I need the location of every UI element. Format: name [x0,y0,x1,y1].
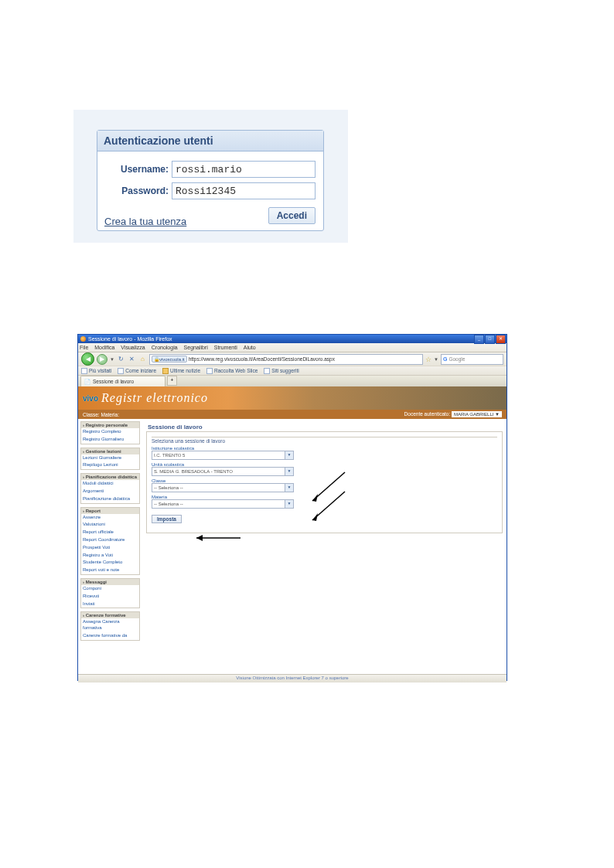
user-dropdown[interactable]: MARIA GABRIELLI ▼ [452,411,502,417]
window-title: Sessione di lavoro - Mozilla Firefox [88,336,172,342]
bookmark-1[interactable]: Più visitati [81,368,111,374]
sidebar-item[interactable]: Moduli didattici [81,480,139,488]
materia-select[interactable]: -- Seleziona -- ▼ [152,499,294,509]
sidebar-group-title[interactable]: › Registro personale [81,422,139,428]
sidebar-group-title[interactable]: › Report [81,508,139,514]
sidebar-item[interactable]: Valutazioni [81,521,139,529]
bookmark-5[interactable]: Siti suggeriti [264,368,298,374]
tab-sessione[interactable]: 📄 Sessione di lavoro [80,376,165,386]
sidebar-group: › Registro personaleRegistro CompletoReg… [80,421,140,444]
site-logo-text: vivo [83,394,98,403]
search-placeholder: Google [449,356,465,362]
reload-icon[interactable]: ↻ [117,355,125,363]
sidebar-item[interactable]: Studente Completo [81,559,139,567]
chevron-down-icon: ▼ [285,484,293,492]
google-icon: G [443,356,447,362]
statusbar: Visione Ottimizzata con Internet Explore… [78,674,507,682]
window-controls: _ □ ✕ [473,335,506,344]
row-classe: Classe -- Seleziona -- ▼ [152,478,497,492]
new-tab-button[interactable]: + [167,376,177,386]
subbar-left: Classe: Materia: [83,412,119,417]
istituzione-select[interactable]: I.C. TRENTO 5 ▼ [152,451,294,460]
history-dropdown-icon[interactable]: ▼ [110,357,114,362]
materia-value: -- Seleziona -- [154,502,183,506]
main-panel-area: Sessione di lavoro Seleziona una session… [142,419,507,674]
user-name: MARIA GABRIELLI [454,412,493,417]
minimize-button[interactable]: _ [474,335,484,344]
row-materia: Materia -- Seleziona -- ▼ [152,495,497,509]
sidebar-group-title[interactable]: › Pianificazione didattica [81,474,139,480]
sidebar-item[interactable]: Report voti e note [81,567,139,574]
sidebar-item[interactable]: Argomenti [81,488,139,495]
create-account-link[interactable]: Crea la tua utenza [104,216,186,227]
bookmark-2[interactable]: Come iniziare [118,368,156,374]
password-input[interactable] [172,182,316,199]
sidebar-item[interactable]: Prospetti Voti [81,544,139,552]
sidebar-item[interactable]: Inviati [81,601,139,608]
bookmarks-toolbar: Più visitati Come iniziare Ultime notizi… [78,366,507,375]
row-unita: Unità scolastica S. MEDIA G. BRESADOLA -… [152,462,497,476]
sidebar-item[interactable]: Assenze [81,514,139,522]
sidebar-group-title[interactable]: › Messaggi [81,579,139,585]
stop-icon[interactable]: ✕ [128,355,136,363]
subbar-right-label: Docente autenticato: [404,411,451,417]
tab-title: Sessione di lavoro [93,379,134,384]
menu-history[interactable]: Cronologia [152,345,178,350]
password-row: Password: [105,182,316,199]
classe-select[interactable]: -- Seleziona -- ▼ [152,483,294,492]
subbar-right: Docente autenticato: MARIA GABRIELLI ▼ [404,411,502,417]
username-row: Username: [105,161,316,178]
sidebar-item[interactable]: Lezioni Giornaliere [81,454,139,462]
maximize-button[interactable]: □ [485,335,495,344]
menu-bar: File Modifica Visualizza Cronologia Segn… [78,343,507,352]
chevron-down-icon: ▼ [285,451,293,459]
sidebar-item[interactable]: Registro Completo [81,428,139,436]
back-button[interactable]: ◀ [81,352,94,366]
sidebar-item[interactable]: Registro a Voti [81,552,139,560]
address-dropdown-icon[interactable]: ▼ [434,357,438,362]
login-card: Autenticazione utenti Username: Password… [73,110,348,243]
sidebar-item[interactable]: Report ufficiale [81,529,139,536]
sidebar-item[interactable]: Assegna Carenza formativa [81,618,139,632]
chevron-down-icon: ▼ [285,500,293,508]
sidebar-item[interactable]: Riepilogo Lezioni [81,461,139,469]
nav-toolbar: ◀ ▶ ▼ ↻ ✕ ⌂ 🔒 vivoscuola.it https://www.… [78,352,507,366]
password-label: Password: [105,186,169,196]
address-bar[interactable]: 🔒 vivoscuola.it https://www.reg.vivoscuo… [149,354,423,365]
sidebar-item[interactable]: Report Coordinatore [81,536,139,544]
sidebar-item[interactable]: Componi [81,585,139,593]
sidebar-item[interactable]: Registro Giornaliero [81,436,139,444]
search-box[interactable]: G Google [441,354,503,365]
site-subbar: Classe: Materia: Docente autenticato: MA… [78,410,507,419]
bookmark-star-icon[interactable]: ☆ [425,356,432,363]
lock-icon: 🔒 [154,356,159,362]
sidebar-item[interactable]: Pianificazione didattica [81,495,139,503]
close-button[interactable]: ✕ [496,335,506,344]
sidebar-group: › Carenze formativeAssegna Carenza forma… [80,611,140,640]
site-identity-badge[interactable]: 🔒 vivoscuola.it [152,356,187,363]
classe-value: -- Seleziona -- [154,485,183,490]
menu-help[interactable]: Aiuto [244,345,256,350]
menu-file[interactable]: File [80,345,88,350]
chevron-down-icon: ▼ [285,468,293,475]
bookmark-4[interactable]: Raccolta Web Slice [206,368,258,374]
sidebar-item[interactable]: Ricevuti [81,593,139,601]
menu-view[interactable]: Visualizza [121,345,145,350]
login-submit-button[interactable]: Accedi [268,207,316,224]
menu-bookmarks[interactable]: Segnalibri [184,345,208,350]
menu-edit[interactable]: Modifica [94,345,114,350]
session-form-panel: Seleziona una sessione di lavoro Istituz… [146,431,503,533]
menu-tools[interactable]: Strumenti [214,345,237,350]
sidebar-group-title[interactable]: › Carenze formative [81,612,139,618]
unita-select[interactable]: S. MEDIA G. BRESADOLA - TRENTO ▼ [152,467,294,476]
url-text: https://www.reg.vivoscuola.it/AreaDocent… [189,356,335,362]
username-input[interactable] [172,161,316,178]
imposta-button[interactable]: Imposta [152,515,182,523]
sidebar-item[interactable]: Carenze formative da [81,632,139,640]
home-icon[interactable]: ⌂ [138,355,147,363]
content-area: › Registro personaleRegistro CompletoReg… [78,419,507,674]
forward-button[interactable]: ▶ [97,354,107,365]
sidebar-group: › ReportAssenzeValutazioniReport ufficia… [80,507,140,575]
sidebar-group-title[interactable]: › Gestione lezioni [81,448,139,454]
bookmark-3[interactable]: Ultime notizie [162,368,200,374]
